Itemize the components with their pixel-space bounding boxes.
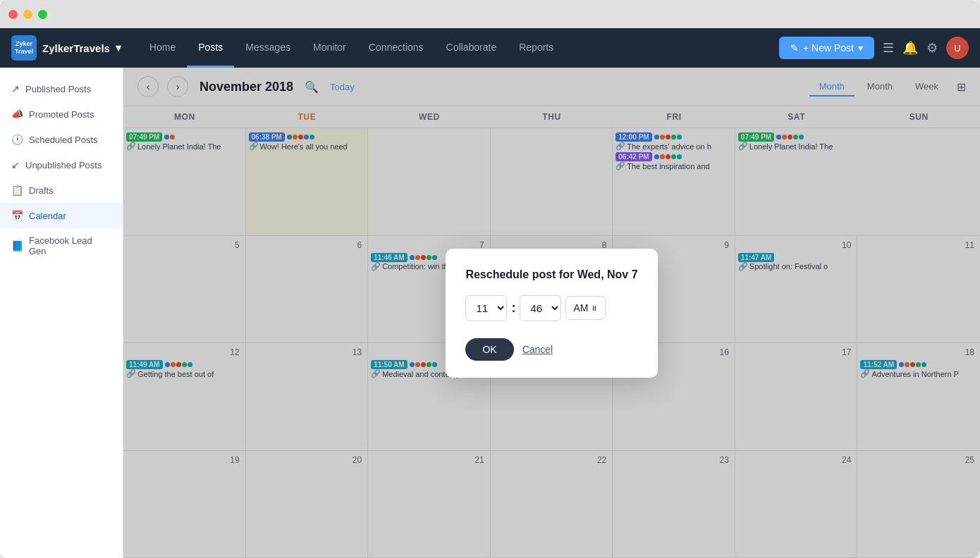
new-post-button[interactable]: ✎ + New Post ▾ (779, 37, 874, 59)
hour-select[interactable]: 11 010203 040506 070809 1012 (465, 295, 507, 321)
sidebar-item-facebook-lead-gen[interactable]: 📘 Facebook Lead Gen (0, 228, 123, 264)
calendar-icon: 📅 (11, 210, 23, 221)
nav-item-messages[interactable]: Messages (234, 28, 302, 68)
nav-items: Home Posts Messages Monitor Connections … (138, 28, 779, 68)
nav-item-posts[interactable]: Posts (187, 28, 234, 68)
scheduled-posts-icon: 🕐 (11, 134, 23, 145)
sidebar-item-published-posts[interactable]: ↗ Published Posts (0, 76, 123, 101)
maximize-button[interactable] (38, 10, 47, 19)
minute-select[interactable]: 46 000510 152025 303540 455055 (520, 295, 561, 321)
edit-icon: ✎ (790, 42, 799, 54)
nav-right-actions: ✎ + New Post ▾ ☰ 🔔 ⚙ U (779, 37, 969, 59)
settings-icon[interactable]: ⚙ (926, 40, 938, 56)
sidebar-item-drafts[interactable]: 📋 Drafts (0, 178, 123, 203)
close-button[interactable] (8, 10, 18, 19)
brand-logo-area[interactable]: ZykerTravel ZylkerTravels ▾ (11, 35, 121, 61)
drafts-icon: 📋 (11, 185, 23, 196)
ampm-button[interactable]: AM ⏸ (565, 296, 606, 320)
app-window: ZykerTravel ZylkerTravels ▾ Home Posts M… (0, 0, 980, 558)
user-avatar[interactable]: U (946, 37, 969, 59)
modal-title: Reschedule post for Wed, Nov 7 (465, 268, 637, 281)
calendar-main: ‹ › November 2018 🔍 Today Month Month We… (123, 68, 980, 558)
brand-caret-icon: ▾ (116, 42, 121, 54)
sidebar-item-scheduled-posts[interactable]: 🕐 Scheduled Posts (0, 127, 123, 152)
main-content: ↗ Published Posts 📣 Promoted Posts 🕐 Sch… (0, 68, 980, 558)
modal-actions: OK Cancel (465, 338, 637, 361)
published-posts-icon: ↗ (11, 83, 20, 94)
sidebar: ↗ Published Posts 📣 Promoted Posts 🕐 Sch… (0, 68, 123, 558)
minimize-button[interactable] (23, 10, 32, 19)
unpublished-posts-icon: ↙ (11, 159, 20, 170)
nav-item-monitor[interactable]: Monitor (302, 28, 357, 68)
nav-item-reports[interactable]: Reports (508, 28, 565, 68)
nav-item-connections[interactable]: Connections (357, 28, 435, 68)
new-post-caret-icon: ▾ (858, 42, 863, 54)
top-navigation: ZykerTravel ZylkerTravels ▾ Home Posts M… (0, 28, 980, 68)
menu-icon[interactable]: ☰ (883, 40, 894, 56)
time-picker: 11 010203 040506 070809 1012 : 46 000510… (465, 295, 637, 321)
promoted-posts-icon: 📣 (11, 108, 23, 120)
cancel-button[interactable]: Cancel (522, 344, 553, 355)
nav-item-collaborate[interactable]: Collaborate (435, 28, 508, 68)
brand-logo-icon: ZykerTravel (11, 35, 37, 61)
ok-button[interactable]: OK (465, 338, 513, 361)
ampm-toggle-icon: ⏸ (591, 304, 598, 312)
nav-item-home[interactable]: Home (138, 28, 187, 68)
sidebar-item-unpublished-posts[interactable]: ↙ Unpublished Posts (0, 152, 123, 178)
sidebar-item-calendar[interactable]: 📅 Calendar (0, 203, 123, 228)
reschedule-modal: Reschedule post for Wed, Nov 7 11 010203… (446, 249, 657, 378)
app-content: ZykerTravel ZylkerTravels ▾ Home Posts M… (0, 28, 980, 558)
notification-icon[interactable]: 🔔 (902, 40, 918, 56)
modal-date-bold: Wed, Nov 7 (577, 268, 638, 280)
modal-overlay: Reschedule post for Wed, Nov 7 11 010203… (123, 68, 980, 558)
titlebar (0, 0, 980, 28)
sidebar-item-promoted-posts[interactable]: 📣 Promoted Posts (0, 101, 123, 127)
time-colon: : (511, 301, 515, 316)
brand-name: ZylkerTravels (42, 42, 110, 54)
ampm-label: AM (573, 302, 588, 314)
facebook-lead-gen-icon: 📘 (11, 240, 23, 252)
